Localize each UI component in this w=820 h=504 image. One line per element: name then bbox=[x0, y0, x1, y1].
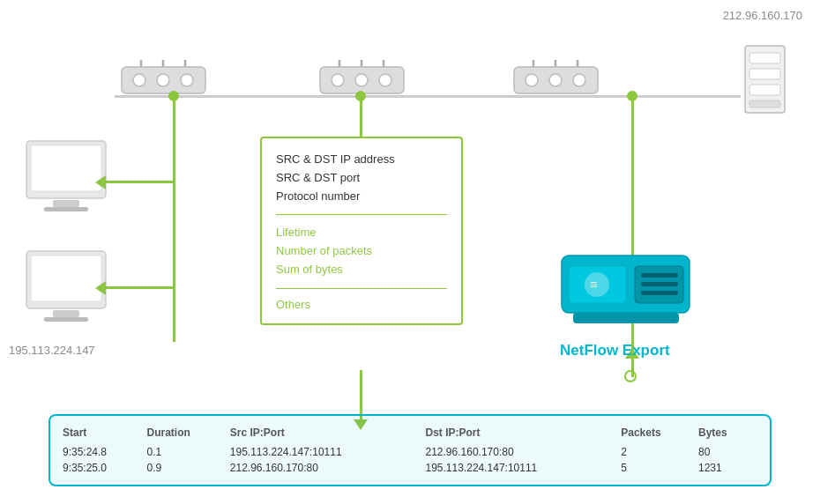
green-line-v2 bbox=[360, 95, 362, 137]
svg-point-11 bbox=[332, 74, 344, 86]
divider-1 bbox=[276, 214, 447, 215]
info-sub-line-1: Lifetime bbox=[276, 224, 447, 242]
table-cell: 2 bbox=[621, 444, 698, 460]
server-icon bbox=[741, 44, 789, 118]
svg-rect-23 bbox=[749, 69, 780, 79]
table-cell: 212.96.160.170:80 bbox=[426, 444, 622, 460]
table-cell: 80 bbox=[698, 444, 757, 460]
flow-table: Start Duration Src IP:Port Dst IP:Port P… bbox=[63, 425, 757, 476]
table-row: 9:35:25.00.9212.96.160.170:80195.113.224… bbox=[63, 460, 757, 476]
svg-point-18 bbox=[526, 74, 538, 86]
info-line-1: SRC & DST IP address bbox=[276, 151, 447, 169]
table-cell: 0.9 bbox=[146, 460, 229, 476]
svg-rect-25 bbox=[749, 100, 780, 107]
svg-text:≡: ≡ bbox=[590, 278, 597, 292]
svg-rect-27 bbox=[31, 145, 101, 191]
info-line-3: Protocol number bbox=[276, 188, 447, 206]
ip-top-right: 212.96.160.170 bbox=[723, 9, 802, 22]
col-header-duration: Duration bbox=[146, 425, 229, 444]
ip-bottom-left: 195.113.224.147 bbox=[9, 344, 95, 357]
svg-point-13 bbox=[379, 74, 391, 86]
info-sub-line-3: Sum of bytes bbox=[276, 261, 447, 279]
info-others: Others bbox=[276, 298, 447, 311]
table-cell: 212.96.160.170:80 bbox=[230, 460, 426, 476]
info-sub-line-2: Number of packets bbox=[276, 242, 447, 261]
svg-rect-31 bbox=[31, 256, 101, 301]
table-cell: 195.113.224.147:10111 bbox=[230, 444, 426, 460]
svg-point-5 bbox=[157, 74, 169, 86]
svg-point-19 bbox=[549, 74, 562, 86]
svg-rect-24 bbox=[749, 85, 780, 95]
col-header-packets: Packets bbox=[621, 425, 698, 444]
divider-2 bbox=[276, 288, 447, 289]
col-header-src: Src IP:Port bbox=[230, 425, 426, 444]
svg-rect-29 bbox=[44, 207, 88, 211]
junction-dot-1 bbox=[168, 91, 179, 101]
svg-rect-33 bbox=[44, 317, 88, 322]
table-cell: 9:35:24.8 bbox=[63, 444, 146, 460]
svg-point-6 bbox=[181, 74, 193, 86]
svg-point-4 bbox=[133, 74, 145, 86]
junction-dot-2 bbox=[355, 91, 366, 101]
svg-rect-28 bbox=[53, 200, 79, 207]
info-box: SRC & DST IP address SRC & DST port Prot… bbox=[260, 137, 463, 325]
flow-table-container: Start Duration Src IP:Port Dst IP:Port P… bbox=[48, 414, 772, 486]
router-1 bbox=[115, 60, 212, 107]
svg-rect-22 bbox=[749, 53, 780, 63]
diagram-area: 212.96.160.170 195.113.224.147 bbox=[0, 0, 820, 504]
col-header-dst: Dst IP:Port bbox=[426, 425, 622, 444]
table-cell: 5 bbox=[621, 460, 698, 476]
netflow-export-label: NetFlow Export bbox=[560, 342, 670, 359]
table-cell: 195.113.224.147:10111 bbox=[426, 460, 622, 476]
svg-point-20 bbox=[573, 74, 585, 86]
collector-device: ≡ bbox=[560, 247, 692, 338]
table-header-row: Start Duration Src IP:Port Dst IP:Port P… bbox=[63, 425, 757, 444]
table-cell: 0.1 bbox=[146, 444, 229, 460]
svg-rect-39 bbox=[641, 273, 678, 278]
router-3 bbox=[507, 60, 604, 107]
svg-rect-40 bbox=[641, 282, 678, 286]
svg-rect-32 bbox=[53, 310, 79, 317]
info-line-2: SRC & DST port bbox=[276, 169, 447, 188]
svg-point-12 bbox=[355, 74, 368, 86]
svg-rect-42 bbox=[573, 313, 679, 323]
svg-rect-41 bbox=[641, 291, 678, 295]
arrow-left-bottom-computer bbox=[95, 281, 106, 295]
junction-dot-3 bbox=[627, 91, 637, 101]
table-cell: 1231 bbox=[698, 460, 757, 476]
table-cell: 9:35:25.0 bbox=[63, 460, 146, 476]
green-line-h-bottom-computer bbox=[106, 286, 175, 289]
green-line-v1 bbox=[173, 95, 175, 342]
arrow-left-top-computer bbox=[95, 175, 106, 189]
junction-dot-collector bbox=[624, 370, 637, 382]
col-header-bytes: Bytes bbox=[698, 425, 757, 444]
col-header-start: Start bbox=[63, 425, 146, 444]
table-row: 9:35:24.80.1195.113.224.147:10111212.96.… bbox=[63, 444, 757, 460]
green-line-h-top-computer bbox=[106, 181, 175, 183]
